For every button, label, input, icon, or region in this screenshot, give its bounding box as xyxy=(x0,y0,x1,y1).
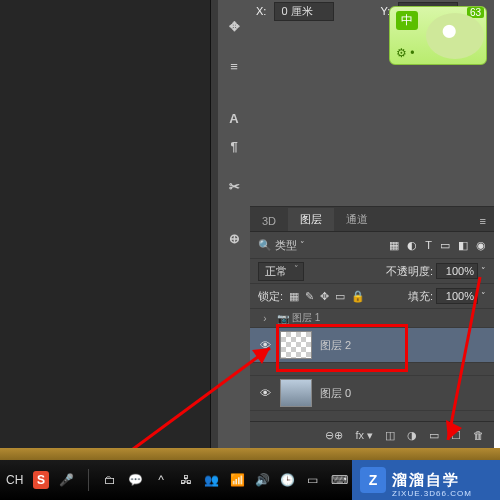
watermark-url: ZIXUE.3D66.COM xyxy=(392,489,472,498)
volume-icon[interactable]: 🔊 xyxy=(255,471,270,489)
x-value[interactable]: 0 厘米 xyxy=(274,2,334,21)
sogou-icon[interactable]: S xyxy=(33,471,48,489)
filter-smart-icon[interactable]: ◧ xyxy=(458,239,468,252)
layer-filter-row: 🔍 类型 ˅ ▦ ◐ T ▭ ◧ ◉ xyxy=(250,232,494,259)
tool-type-icon[interactable]: A xyxy=(218,104,250,132)
gear-icon[interactable]: ⚙ • xyxy=(396,46,415,60)
layer-panel-footer: ⊖⊕ fx ▾ ◫ ◑ ▭ ☐ 🗑 xyxy=(250,421,494,448)
watermark-logo-icon: Z xyxy=(360,467,386,493)
fill-value[interactable]: 100% xyxy=(436,288,478,304)
lock-all-icon[interactable]: 🔒 xyxy=(351,290,365,303)
people-icon[interactable]: 👥 xyxy=(204,471,219,489)
lock-label: 锁定: xyxy=(258,289,283,304)
filter-type-dropdown[interactable]: 🔍 类型 ˅ xyxy=(258,238,305,253)
filter-adjust-icon[interactable]: ◐ xyxy=(407,239,417,252)
camera-icon: 📷 xyxy=(274,313,292,324)
layer-gap xyxy=(250,363,494,376)
blend-mode-row: 正常 不透明度: 100% ˅ xyxy=(250,259,494,284)
x-label: X: xyxy=(256,5,266,17)
watermark-text: 溜溜自学 xyxy=(392,471,460,490)
ime-widget[interactable]: 63 中 ⚙ • xyxy=(389,6,487,65)
filter-pixel-icon[interactable]: ▦ xyxy=(389,239,399,252)
layer-row[interactable]: 👁 图层 0 xyxy=(250,376,494,411)
filter-toggle-icon[interactable]: ◉ xyxy=(476,239,486,252)
tool-scissors-icon[interactable]: ✂ xyxy=(218,172,250,200)
opacity-label: 不透明度: xyxy=(386,264,433,279)
blend-mode-select[interactable]: 正常 xyxy=(258,262,304,281)
clock-icon[interactable]: 🕒 xyxy=(280,471,295,489)
search-icon: 🔍 xyxy=(258,239,272,252)
panel-menu-icon[interactable]: ≡ xyxy=(472,211,494,231)
right-panel-area: X: 0 厘米 Y: 0 厘米 3D 图层 通道 ≡ 🔍 类型 ˅ ▦ ◐ T … xyxy=(250,0,500,448)
visibility-eye-icon[interactable]: 👁 xyxy=(256,384,274,402)
tool-paragraph-icon[interactable]: ≡ xyxy=(218,52,250,80)
layer-collapsed[interactable]: › 📷 图层 1 xyxy=(250,309,494,328)
layer-thumbnail[interactable] xyxy=(280,331,312,359)
lock-pixels-icon[interactable]: ✎ xyxy=(305,290,314,303)
group-icon[interactable]: ▭ xyxy=(429,429,439,442)
filter-label: 类型 xyxy=(275,238,297,253)
layer-name[interactable]: 图层 2 xyxy=(320,338,351,353)
layer-row-selected[interactable]: 👁 图层 2 xyxy=(250,328,494,363)
layer-thumbnail[interactable] xyxy=(280,379,312,407)
fx-icon[interactable]: fx ▾ xyxy=(355,429,373,442)
watermark: Z 溜溜自学 ZIXUE.3D66.COM xyxy=(352,460,500,500)
vertical-tool-strip: ✥ ≡ A ¶ ✂ ⊕ xyxy=(218,0,250,448)
chevron-down-icon: ˅ xyxy=(300,240,305,250)
layer-name: 图层 1 xyxy=(292,311,320,325)
filter-type-icon[interactable]: T xyxy=(425,239,432,252)
delete-icon[interactable]: 🗑 xyxy=(473,429,484,441)
filter-shape-icon[interactable]: ▭ xyxy=(440,239,450,252)
ime-mode-char[interactable]: 中 xyxy=(396,11,418,30)
filter-icons: ▦ ◐ T ▭ ◧ ◉ xyxy=(389,239,486,252)
lock-row: 锁定: ▦ ✎ ✥ ▭ 🔒 填充: 100% ˅ xyxy=(250,284,494,309)
lock-position-icon[interactable]: ✥ xyxy=(320,290,329,303)
mask-icon[interactable]: ◫ xyxy=(385,429,395,442)
tab-3d[interactable]: 3D xyxy=(250,211,288,231)
lock-artboard-icon[interactable]: ▭ xyxy=(335,290,345,303)
chevron-down-icon[interactable]: ˅ xyxy=(481,291,486,301)
opacity-value[interactable]: 100% xyxy=(436,263,478,279)
tool-cc-icon[interactable]: ⊕ xyxy=(218,224,250,252)
lock-transparent-icon[interactable]: ▦ xyxy=(289,290,299,303)
lotus-icon xyxy=(426,13,484,59)
chevron-right-icon: › xyxy=(256,313,274,324)
screen-icon[interactable]: ▭ xyxy=(305,471,320,489)
right-edge xyxy=(494,0,500,448)
wifi-icon[interactable]: 📶 xyxy=(229,471,244,489)
fill-label: 填充: xyxy=(408,289,433,304)
ime-ch-indicator[interactable]: CH xyxy=(6,473,23,487)
visibility-eye-icon[interactable]: 👁 xyxy=(256,336,274,354)
network-icon[interactable]: 🖧 xyxy=(179,471,194,489)
layers-panel: 3D 图层 通道 ≡ 🔍 类型 ˅ ▦ ◐ T ▭ ◧ ◉ 正常 不透明度: xyxy=(250,206,494,448)
tab-layers[interactable]: 图层 xyxy=(288,208,334,231)
mic-icon[interactable]: 🎤 xyxy=(59,471,74,489)
layer-name[interactable]: 图层 0 xyxy=(320,386,351,401)
link-layers-icon[interactable]: ⊖⊕ xyxy=(325,429,343,442)
taskbar-accent xyxy=(0,448,500,460)
canvas-area[interactable] xyxy=(0,0,210,448)
new-layer-icon[interactable]: ☐ xyxy=(451,429,461,442)
chevron-down-icon[interactable]: ˅ xyxy=(481,266,486,276)
layer-list: › 📷 图层 1 👁 图层 2 👁 图层 0 xyxy=(250,309,494,422)
adjustment-icon[interactable]: ◑ xyxy=(407,429,417,442)
tray-icon[interactable]: 🗀 xyxy=(103,471,118,489)
tool-move-icon[interactable]: ✥ xyxy=(218,12,250,40)
tray-icon[interactable]: 💬 xyxy=(128,471,143,489)
panel-tabs: 3D 图层 通道 ≡ xyxy=(250,207,494,232)
keyboard-icon[interactable]: ⌨ xyxy=(331,471,348,489)
tab-channels[interactable]: 通道 xyxy=(334,208,380,231)
tray-chevron-icon[interactable]: ^ xyxy=(153,471,168,489)
tool-pilcrow-icon[interactable]: ¶ xyxy=(218,132,250,160)
